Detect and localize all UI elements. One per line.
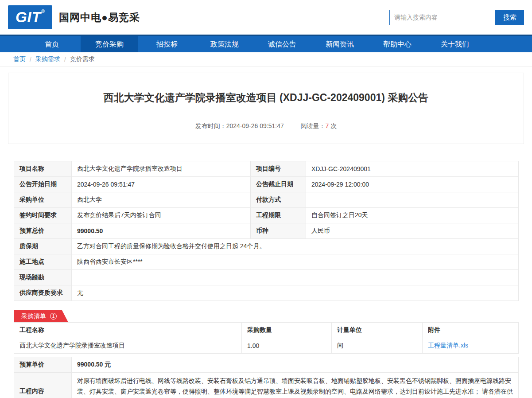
field-label: 项目名称 [14, 161, 72, 177]
registered-mark-icon: ® [41, 8, 45, 14]
field-label: 预算单价 [14, 357, 72, 373]
table-row: 现场踏勘 [14, 270, 519, 285]
search-input[interactable] [389, 10, 496, 25]
field-value: 无 [72, 285, 519, 301]
field-value: 西北大学文化遗产学院录播室改造项目 [72, 161, 251, 177]
field-label: 质保期 [14, 239, 72, 254]
git-logo[interactable]: GIT® [8, 5, 52, 29]
publish-time-value: 2024-09-26 09:51:47 [226, 122, 284, 129]
field-value: 乙方对合同工程的质量保修期为验收合格并交付使用之日起 24个月。 [72, 239, 519, 254]
nav-item-bidding-purchase[interactable]: 竞价采购 [81, 36, 138, 52]
table-row: 西北大学文化遗产学院录播室改造项目 1.00 间 工程量清单.xls [14, 338, 519, 354]
column-header: 工程名称 [14, 323, 242, 338]
field-label: 项目编号 [251, 161, 306, 177]
field-label: 付款方式 [251, 192, 306, 208]
field-label: 现场踏勘 [14, 270, 72, 285]
field-value: 2024-09-26 09:51:47 [72, 177, 251, 192]
column-header: 计量单位 [332, 323, 423, 338]
purchase-list-table: 工程名称 采购数量 计量单位 附件 西北大学文化遗产学院录播室改造项目 1.00… [14, 322, 519, 354]
table-header-row: 工程名称 采购数量 计量单位 附件 [14, 323, 519, 338]
nav-item-integrity-notice[interactable]: 诚信公告 [253, 36, 311, 52]
quantity-cell: 1.00 [242, 338, 332, 354]
unit-cell: 间 [332, 338, 423, 354]
search-button[interactable]: 搜索 [496, 10, 524, 25]
site-header: GIT® 国网中电●易竞采 搜索 [0, 0, 532, 35]
table-row: 项目名称 西北大学文化遗产学院录播室改造项目 项目编号 XDJJ-GC-2024… [14, 161, 519, 177]
table-row: 采购单位 西北大学 付款方式 [14, 192, 519, 208]
field-label: 工程期限 [251, 208, 306, 223]
table-row: 签约时间要求 发布竞价结果后7天内签订合同 工程期限 自合同签订之日20天 [14, 208, 519, 223]
attachment-cell: 工程量清单.xls [423, 338, 519, 354]
field-value: 发布竞价结果后7天内签订合同 [72, 208, 251, 223]
field-label: 签约时间要求 [14, 208, 72, 223]
field-value: 人民币 [306, 223, 519, 239]
field-value: 西北大学 [72, 192, 251, 208]
publish-time-label: 发布时间： [195, 122, 226, 129]
nav-item-tender[interactable]: 招投标 [138, 36, 196, 52]
views-label: 阅读量： [301, 122, 326, 129]
search-area: 搜索 [389, 10, 524, 25]
table-row: 质保期 乙方对合同工程的质量保修期为验收合格并交付使用之日起 24个月。 [14, 239, 519, 254]
field-value [306, 192, 519, 208]
announcement-card: 西北大学文化遗产学院录播室改造项目 (XDJJ-GC-202409001) 采购… [8, 73, 524, 144]
attachment-link[interactable]: 工程量清单.xls [428, 342, 468, 349]
field-label: 公告截止日期 [251, 177, 306, 192]
tab-purchase-list-label: 采购清单 [21, 312, 46, 320]
breadcrumb: 首页 / 采购需求 / 竞价需求 [0, 52, 532, 66]
nav-item-policy[interactable]: 政策法规 [196, 36, 253, 52]
article-meta: 发布时间：2024-09-26 09:51:47 阅读量：7 次 [22, 122, 510, 130]
logo-text: GIT [16, 9, 41, 26]
total-budget-value: 99000.50 [72, 223, 251, 239]
nav-item-help-center[interactable]: 帮助中心 [369, 36, 426, 52]
nav-item-about-us[interactable]: 关于我们 [426, 36, 484, 52]
field-label: 采购单位 [14, 192, 72, 208]
breadcrumb-separator: / [30, 56, 31, 63]
field-value: 陕西省西安市长安区**** [72, 254, 519, 270]
page-title: 西北大学文化遗产学院录播室改造项目 (XDJJ-GC-202409001) 采购… [22, 91, 510, 105]
project-name-cell: 西北大学文化遗产学院录播室改造项目 [14, 338, 242, 354]
table-row: 工程内容 对原有墙面破坏后进行电线、网线等线路改装、安装石膏板及铝方通吊顶、墙面… [14, 373, 519, 398]
tab-purchase-list[interactable]: 采购清单 1 [14, 310, 62, 322]
field-label: 币种 [251, 223, 306, 239]
field-value: 2024-09-29 12:00:00 [306, 177, 519, 192]
work-content-text: 对原有墙面破坏后进行电线、网线等线路改装、安装石膏板及铝方通吊顶、墙面安装吸音板… [72, 373, 519, 398]
breadcrumb-separator: / [64, 56, 66, 63]
column-header: 采购数量 [242, 323, 332, 338]
field-value: XDJJ-GC-202409001 [306, 161, 519, 177]
views-count: 7 [326, 122, 329, 129]
breadcrumb-current: 竞价需求 [70, 55, 95, 63]
field-value: 自合同签订之日20天 [306, 208, 519, 223]
project-detail-table: 预算单价 99000.50 元 工程内容 对原有墙面破坏后进行电线、网线等线路改… [14, 357, 519, 398]
table-row: 预算总价 99000.50 币种 人民币 [14, 223, 519, 239]
field-label: 预算总价 [14, 223, 72, 239]
table-row: 预算单价 99000.50 元 [14, 357, 519, 373]
field-label: 公告开始日期 [14, 177, 72, 192]
field-label: 施工地点 [14, 254, 72, 270]
count-badge: 1 [50, 313, 57, 320]
purchase-list-tab-row: 采购清单 1 [14, 310, 518, 322]
field-value [72, 270, 519, 285]
table-row: 施工地点 陕西省西安市长安区**** [14, 254, 519, 270]
column-header: 附件 [423, 323, 519, 338]
nav-item-news[interactable]: 新闻资讯 [311, 36, 369, 52]
site-name: 国网中电●易竞采 [59, 11, 140, 24]
breadcrumb-home[interactable]: 首页 [13, 55, 26, 63]
field-label: 供应商资质要求 [14, 285, 72, 301]
nav-item-home[interactable]: 首页 [23, 36, 81, 52]
field-label: 工程内容 [14, 373, 72, 398]
views-unit: 次 [330, 122, 337, 129]
table-row: 供应商资质要求 无 [14, 285, 519, 301]
main-nav: 首页 竞价采购 招投标 政策法规 诚信公告 新闻资讯 帮助中心 关于我们 [0, 35, 532, 52]
breadcrumb-purchase-demand[interactable]: 采购需求 [35, 55, 60, 63]
unit-price-value: 99000.50 元 [72, 357, 519, 373]
project-info-table: 项目名称 西北大学文化遗产学院录播室改造项目 项目编号 XDJJ-GC-2024… [14, 161, 519, 301]
table-row: 公告开始日期 2024-09-26 09:51:47 公告截止日期 2024-0… [14, 177, 519, 192]
